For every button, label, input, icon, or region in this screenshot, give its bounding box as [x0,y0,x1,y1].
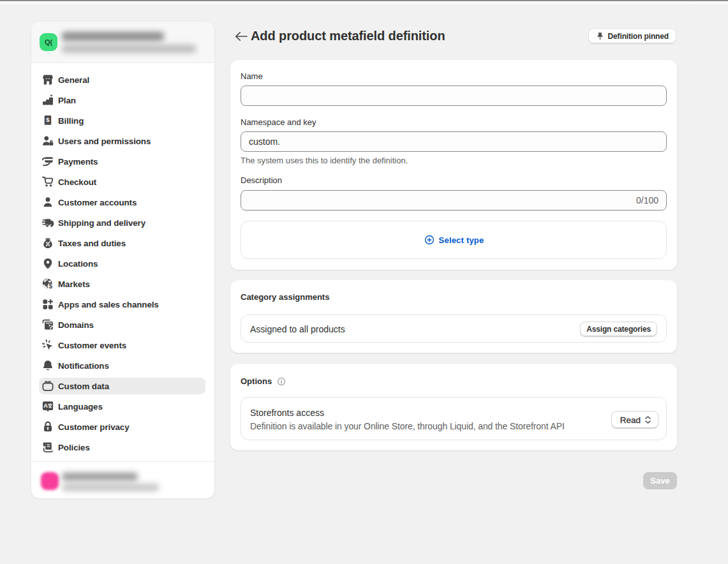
svg-text:$: $ [46,116,50,123]
svg-text:A: A [43,403,48,409]
svg-text:$: $ [49,283,53,290]
